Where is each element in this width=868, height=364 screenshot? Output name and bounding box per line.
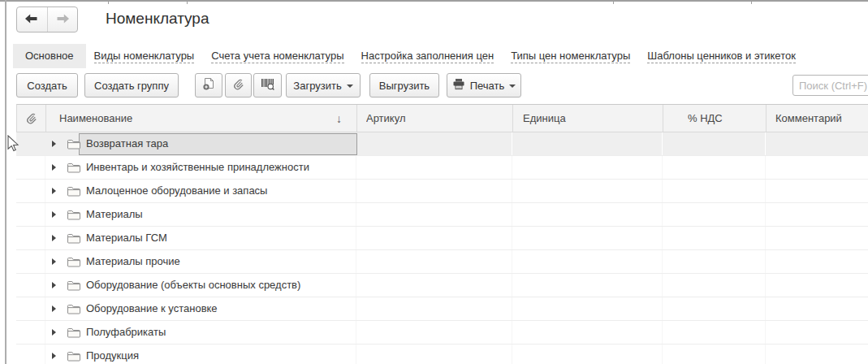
row-name: Инвентарь и хозяйственные принадлежности <box>86 156 309 180</box>
row-name: Оборудование (объекты основных средств) <box>86 274 300 297</box>
back-button[interactable] <box>17 7 47 32</box>
row-name: Оборудование к установке <box>86 297 218 321</box>
arrow-right-icon <box>55 14 70 26</box>
table-row[interactable]: Продукция <box>16 344 868 364</box>
history-nav <box>16 6 78 32</box>
table-row[interactable]: Материалы прочие <box>16 250 868 274</box>
folder-icon <box>67 162 81 176</box>
expand-triangle-icon[interactable] <box>52 282 56 288</box>
paperclip-icon <box>25 112 38 125</box>
folder-icon <box>67 209 81 223</box>
table-row[interactable]: Малоценное оборудование и запасы <box>16 180 868 203</box>
row-name: Материалы прочие <box>86 250 180 274</box>
top-tick <box>613 0 614 4</box>
search-input[interactable] <box>792 75 868 96</box>
top-divider <box>0 0 868 2</box>
table-row[interactable]: Возвратная тара <box>16 132 868 156</box>
paperclip-icon <box>232 78 245 93</box>
column-header-vat[interactable]: % НДС <box>688 105 777 132</box>
expand-triangle-icon[interactable] <box>52 329 56 336</box>
mouse-cursor-icon <box>7 135 19 154</box>
expand-triangle-icon[interactable] <box>52 258 56 265</box>
row-name: Продукция <box>86 344 139 364</box>
tab-3[interactable]: Настройка заполнения цен <box>361 44 494 68</box>
barcode-search-button[interactable] <box>253 73 282 98</box>
column-header-name[interactable]: Наименование <box>59 105 335 132</box>
barcode-magnifier-icon <box>261 77 274 93</box>
folder-icon <box>67 303 81 318</box>
folder-icon <box>67 256 81 271</box>
left-panel-divider <box>5 0 6 364</box>
sort-desc-icon: ↓ <box>336 105 342 132</box>
expand-triangle-icon[interactable] <box>52 141 56 147</box>
caret-down-icon <box>509 84 516 88</box>
attachment-column-header[interactable] <box>17 105 45 132</box>
create-button[interactable]: Создать <box>16 73 78 98</box>
expand-triangle-icon[interactable] <box>52 164 56 171</box>
row-name: Материалы ГСМ <box>86 227 167 250</box>
expand-triangle-icon[interactable] <box>52 188 56 194</box>
top-tick <box>187 0 188 4</box>
column-header-unit[interactable]: Единица <box>523 105 661 132</box>
tab-2[interactable]: Счета учета номенклатуры <box>211 44 343 68</box>
row-name: Материалы <box>86 203 143 227</box>
forward-button[interactable] <box>47 7 78 32</box>
print-button[interactable]: Печать <box>447 73 521 98</box>
folder-icon <box>67 232 81 247</box>
table-row[interactable]: Материалы ГСМ <box>16 227 868 250</box>
navigation-tabs: ОсновноеВиды номенклатурыСчета учета ном… <box>13 44 813 68</box>
table-row[interactable]: Материалы <box>16 203 868 227</box>
row-name: Возвратная тара <box>86 132 168 156</box>
create-group-button[interactable]: Создать группу <box>84 73 179 98</box>
folder-icon <box>67 350 81 364</box>
folder-icon <box>67 138 81 153</box>
tab-main[interactable]: Основное <box>13 44 86 68</box>
table-row[interactable]: Оборудование к установке <box>16 297 868 321</box>
arrow-left-icon <box>24 14 39 26</box>
folder-icon <box>67 327 81 341</box>
table-header: Наименование ↓ Артикул Единица % НДС Ком… <box>16 104 868 132</box>
top-tick <box>751 0 752 4</box>
tab-4[interactable]: Типы цен номенклатуры <box>511 44 630 68</box>
printer-icon <box>452 78 465 93</box>
unload-button[interactable]: Выгрузить <box>369 73 439 98</box>
page-title: Номенклатура <box>106 6 209 31</box>
table-row[interactable]: Инвентарь и хозяйственные принадлежности <box>16 156 868 180</box>
nomenclature-window: Номенклатура ОсновноеВиды номенклатурыСч… <box>0 0 868 364</box>
folder-icon <box>67 280 81 294</box>
table-row[interactable]: Полуфабрикаты <box>16 321 868 344</box>
table-body: Возвратная тара Инвентарь и хозяйственны… <box>16 132 868 364</box>
folder-icon <box>67 185 81 200</box>
attachments-button[interactable] <box>225 73 252 98</box>
column-header-article[interactable]: Артикул <box>366 105 512 132</box>
expand-triangle-icon[interactable] <box>52 306 56 312</box>
top-tick <box>108 0 109 4</box>
load-button[interactable]: Загрузить <box>286 73 361 98</box>
expand-triangle-icon[interactable] <box>52 353 56 359</box>
column-header-comment[interactable]: Комментарий <box>775 105 868 132</box>
document-plus-icon <box>202 77 215 93</box>
row-name: Полуфабрикаты <box>86 321 166 344</box>
expand-triangle-icon[interactable] <box>52 211 56 218</box>
expand-triangle-icon[interactable] <box>52 235 56 241</box>
table-row[interactable]: Оборудование (объекты основных средств) <box>16 274 868 297</box>
tab-1[interactable]: Виды номенклатуры <box>94 44 195 68</box>
row-name: Малоценное оборудование и запасы <box>86 180 267 203</box>
caret-down-icon <box>347 84 353 88</box>
tab-5[interactable]: Шаблоны ценников и этикеток <box>647 44 796 68</box>
create-by-copy-button[interactable] <box>195 73 222 98</box>
